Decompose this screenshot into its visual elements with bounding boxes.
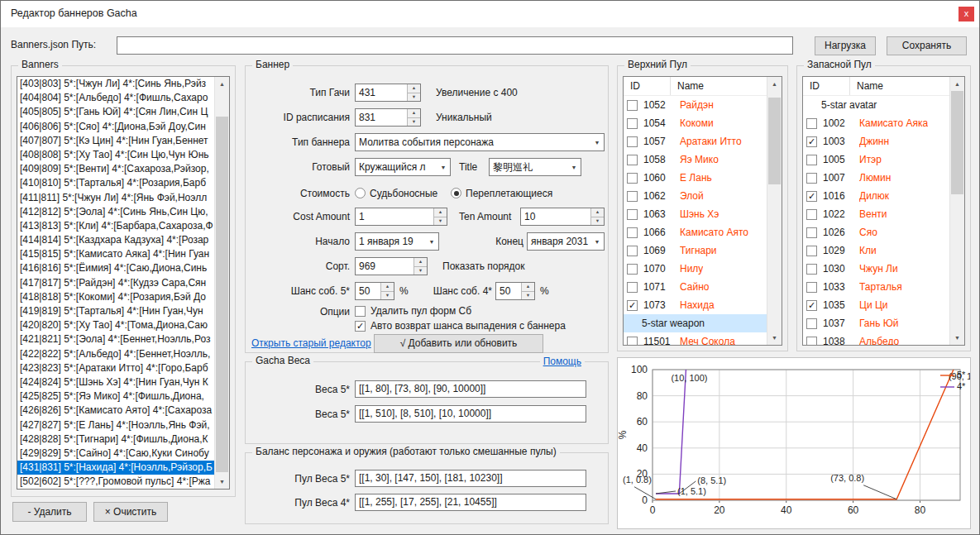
remove-pool-checkbox[interactable] [355, 306, 366, 317]
spin-up-icon[interactable]: ▲ [381, 283, 394, 292]
upper-pool-scrollbar-thumb[interactable] [768, 98, 781, 184]
spin-down-icon[interactable]: ▼ [591, 217, 604, 226]
pool-row[interactable]: 1062Элой [624, 187, 767, 205]
banner-list-item[interactable]: [403|803] 5*:[Чжун Ли] 4*:[Синь Янь,Рэйз [17, 77, 215, 91]
save-button[interactable]: Сохранять [887, 36, 967, 55]
pool-row[interactable]: 1071Сайно [624, 278, 767, 296]
pool-row[interactable]: 1002Камисато Аяка [803, 114, 950, 132]
banner-list-item[interactable]: [417|817] 5*:[Райдэн] 4*:[Кудзэ Сара,Сян [17, 276, 215, 290]
pool-row[interactable]: 1054Кокоми [624, 114, 767, 132]
banner-list-item[interactable]: [423|823] 5*:[Аратаки Итто] 4*:[Горо,Бар… [17, 361, 215, 375]
banner-list-item[interactable]: [411|811] 5*:[Чжун Ли] 4*:[Янь Фэй,Ноэлл [17, 191, 215, 205]
pool-row[interactable]: 1066Камисато Аято [624, 223, 767, 241]
row-checkbox[interactable] [627, 209, 638, 220]
row-checkbox[interactable]: ✓ [806, 136, 817, 147]
upper-pool-scrollbar[interactable]: ▲ ▼ [767, 77, 782, 345]
row-checkbox[interactable] [806, 173, 817, 184]
row-checkbox[interactable] [806, 227, 817, 238]
banner-list-item[interactable]: [419|819] 5*:[Тарталья] 4*:[Нин Гуан,Чун [17, 304, 215, 318]
schedule-id-spinner[interactable]: 831 ▲▼ [355, 108, 421, 127]
title-select[interactable]: 黎明巡礼 ▼ [489, 158, 581, 176]
pool-row[interactable]: ✓1016Дилюк [803, 187, 950, 205]
row-checkbox[interactable]: ✓ [627, 300, 638, 311]
row-checkbox[interactable] [627, 264, 638, 275]
banner-list-item[interactable]: [415|815] 5*:[Камисато Аяка] 4*:[Нин Гуа… [17, 247, 215, 261]
pool-row[interactable]: 1037Гань Юй [803, 314, 950, 332]
spin-up-icon[interactable]: ▲ [414, 258, 427, 267]
banner-list-item[interactable]: [412|812] 5*:[Эола] 4*:[Синь Янь,Син Цю, [17, 205, 215, 219]
pool-row[interactable]: 1063Шэнь Хэ [624, 205, 767, 223]
end-date-picker[interactable]: января 2031 ▼ [527, 232, 605, 251]
spin-up-icon[interactable]: ▲ [408, 109, 420, 118]
spin-down-icon[interactable]: ▼ [522, 292, 534, 300]
spin-down-icon[interactable]: ▼ [408, 118, 420, 127]
row-checkbox[interactable] [627, 227, 638, 238]
spin-up-icon[interactable]: ▲ [522, 283, 534, 292]
banner-list-item[interactable]: [421|821] 5*:[Эола] 4*:[Беннет,Ноэлль,Ро… [17, 332, 215, 346]
path-input[interactable] [117, 36, 793, 55]
auto-return-checkbox[interactable]: ✓ [355, 321, 366, 332]
clear-banners-button[interactable]: × Очистить [93, 502, 168, 522]
row-checkbox[interactable] [806, 209, 817, 220]
row-checkbox[interactable] [806, 337, 817, 346]
pool-row[interactable]: ✓1035Ци Ци [803, 296, 950, 314]
pool-row[interactable]: 1029Кли [803, 241, 950, 260]
prefab-select[interactable]: Кружащийся л ▼ [355, 158, 451, 176]
pool-row[interactable]: 1007Люмин [803, 169, 950, 187]
row-checkbox[interactable] [806, 318, 817, 329]
reserve-pool-scrollbar-thumb[interactable] [951, 91, 963, 194]
pool-row[interactable]: 1005Итэр [803, 150, 950, 169]
weights5-input[interactable]: [[1, 80], [73, 80], [90, 10000]] [355, 380, 586, 398]
row-checkbox[interactable] [627, 282, 638, 293]
pool-weights4-input[interactable]: [[1, 255], [17, 255], [21, 10455]] [355, 494, 586, 511]
banner-list-item[interactable]: [414|814] 5*:[Каздхара Кадзуха] 4*:[Роза… [17, 233, 215, 247]
banner-list-item[interactable]: [431|831] 5*:[Нахида] 4*:[Ноэлль,Рэйзор,… [17, 461, 215, 475]
spin-down-icon[interactable]: ▼ [408, 93, 420, 102]
banner-list-item[interactable]: [420|820] 5*:[Ху Тао] 4*:[Тома,Диона,Саю [17, 318, 215, 332]
pool-row[interactable]: 1022Венти [803, 205, 950, 223]
banner-list-item[interactable]: [410|810] 5*:[Тарталья] 4*:[Розария,Барб [17, 176, 215, 190]
row-checkbox[interactable] [627, 191, 638, 202]
pool-weights5-input[interactable]: [[1, 30], [147, 150], [181, 10230]] [355, 470, 586, 487]
pool-row[interactable]: 1058Яэ Мико [624, 150, 767, 169]
row-checkbox[interactable] [627, 118, 638, 129]
banner-list-item[interactable]: [425|825] 5*:[Яэ Мико] 4*:[Фишль,Диона, [17, 389, 215, 404]
spin-up-icon[interactable]: ▲ [434, 208, 447, 217]
weights4-input[interactable]: [[1, 510], [8, 510], [10, 10000]] [355, 405, 586, 423]
banner-list-item[interactable]: [428|828] 5*:[Тигнари] 4*:[Фишль,Диона,К [17, 432, 215, 447]
scroll-down-icon[interactable]: ▼ [950, 331, 964, 345]
gacha-type-spinner[interactable]: 431 ▲▼ [355, 84, 421, 102]
row-checkbox[interactable] [627, 155, 638, 165]
banner-list-item[interactable]: [416|816] 5*:[Ёимия] 4*:[Саю,Диона,Синь [17, 261, 215, 275]
banner-list-item[interactable]: [424|824] 5*:[Шэнь Хэ] 4*:[Нин Гуан,Чун … [17, 375, 215, 389]
spin-up-icon[interactable]: ▲ [408, 84, 420, 93]
load-button[interactable]: Нагрузка [815, 36, 876, 55]
row-checkbox[interactable]: ✓ [806, 300, 817, 311]
banner-list-item[interactable]: [408|808] 5*:[Ху Тао] 4*:[Син Цю,Чун Юнь [17, 148, 215, 162]
upper-pool-list[interactable]: ID Name 1052Райдэн1054Кокоми1057Аратаки … [623, 76, 782, 346]
pool-row[interactable]: 1057Аратаки Итто [624, 132, 767, 150]
row-checkbox[interactable] [806, 155, 817, 165]
row-checkbox[interactable] [627, 246, 638, 256]
pool-row[interactable]: 1033Тарталья [803, 278, 950, 296]
pool-row[interactable]: 1026Сяо [803, 223, 950, 241]
pool-row[interactable]: 1038Альбедо [803, 332, 950, 345]
row-checkbox[interactable]: ✓ [806, 191, 817, 202]
scroll-up-icon[interactable]: ▲ [767, 77, 782, 91]
banners-scrollbar[interactable]: ▲ ▼ [214, 77, 229, 489]
spin-down-icon[interactable]: ▼ [434, 217, 447, 226]
row-checkbox[interactable] [627, 337, 638, 346]
ten-amount-spinner[interactable]: 10 ▲▼ [520, 208, 605, 226]
delete-banner-button[interactable]: - Удалить [12, 502, 87, 522]
row-checkbox[interactable] [806, 282, 817, 293]
banner-type-select[interactable]: Молитва события персонажа ▼ [355, 133, 605, 151]
pool-row[interactable]: 1070Нилу [624, 260, 767, 278]
banners-scrollbar-thumb[interactable] [216, 117, 228, 472]
spin-down-icon[interactable]: ▼ [414, 267, 427, 275]
row-checkbox[interactable] [806, 264, 817, 275]
add-update-button[interactable]: √ Добавить или обновить [374, 334, 543, 353]
row-checkbox[interactable] [627, 100, 638, 111]
scroll-down-icon[interactable]: ▼ [215, 475, 229, 489]
close-button[interactable]: x [958, 7, 974, 21]
pool-row[interactable]: 1069Тигнари [624, 241, 767, 260]
